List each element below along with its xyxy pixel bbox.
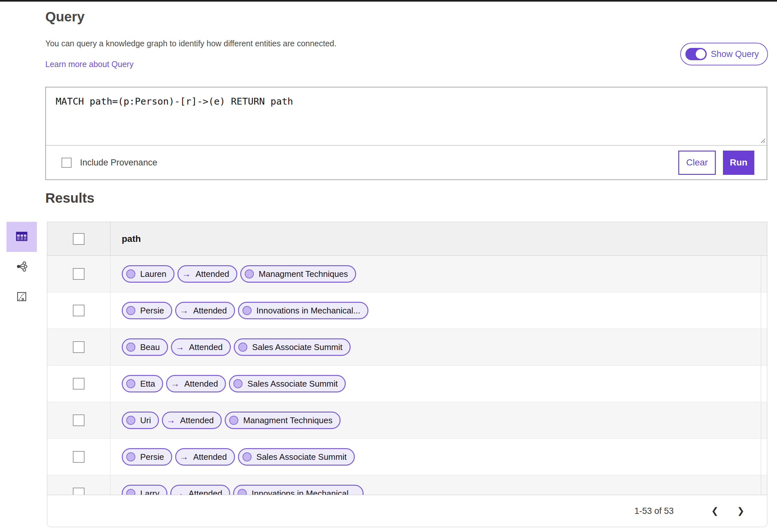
run-button[interactable]: Run [723, 150, 754, 175]
edge-arrow-icon: → [171, 379, 179, 389]
node-circle-icon [126, 416, 135, 425]
select-all-cell [47, 222, 110, 255]
node-circle-icon [238, 489, 247, 495]
edge-pill[interactable]: → Attended [162, 412, 222, 429]
target-node-pill[interactable]: Managment Techniques [225, 412, 341, 429]
node-circle-icon [126, 452, 135, 461]
source-pill-label: Persie [140, 306, 164, 316]
node-circle-icon [242, 306, 251, 315]
source-node-pill[interactable]: Etta [122, 375, 163, 393]
table-row: Lauren → Attended Managment Techniques [47, 256, 767, 292]
edge-pill[interactable]: → Attended [166, 375, 226, 393]
target-pill-label: Sales Associate Summit [252, 342, 342, 352]
row-checkbox[interactable] [73, 378, 85, 390]
source-pill-label: Lauren [140, 269, 166, 279]
select-all-checkbox[interactable] [73, 233, 85, 245]
table-view-button[interactable] [6, 222, 37, 252]
node-circle-icon [126, 270, 135, 279]
target-node-pill[interactable]: Innovations in Mechanical... [238, 302, 368, 319]
edge-pill[interactable]: → Attended [171, 338, 231, 356]
row-checkbox-cell [47, 256, 110, 292]
source-node-pill[interactable]: Larry [122, 485, 168, 495]
learn-more-link[interactable]: Learn more about Query [45, 60, 133, 69]
show-query-toggle[interactable]: Show Query [680, 43, 768, 66]
clear-button[interactable]: Clear [678, 150, 716, 175]
source-node-pill[interactable]: Uri [122, 412, 159, 429]
edge-pill[interactable]: → Attended [175, 302, 235, 319]
next-page-button[interactable]: ❯ [733, 504, 748, 518]
window-top-border [0, 0, 777, 2]
node-circle-icon [242, 452, 251, 461]
toggle-on-icon[interactable] [685, 48, 707, 60]
row-checkbox[interactable] [73, 341, 85, 353]
path-cell: Larry → Attended Innovations in Mechanic… [110, 485, 363, 495]
query-editor-panel: MATCH path=(p:Person)-[r]->(e) RETURN pa… [45, 87, 767, 180]
scrollbar-gutter[interactable] [761, 256, 767, 495]
target-node-pill[interactable]: Innovations in Mechanical... [233, 485, 363, 495]
edge-pill[interactable]: → Attended [178, 265, 237, 283]
row-checkbox[interactable] [73, 451, 85, 463]
path-cell: Etta → Attended Sales Associate Summit [110, 375, 346, 393]
query-input[interactable]: MATCH path=(p:Person)-[r]->(e) RETURN pa… [46, 87, 767, 145]
target-node-pill[interactable]: Sales Associate Summit [234, 338, 351, 356]
source-pill-label: Persie [140, 452, 164, 462]
graph-view-button[interactable] [6, 252, 37, 282]
edge-arrow-icon: → [180, 306, 189, 316]
path-cell: Persie → Attended Sales Associate Summit [110, 448, 355, 465]
edge-pill[interactable]: → Attended [175, 448, 235, 465]
edge-pill-label: Attended [189, 489, 222, 495]
source-node-pill[interactable]: Beau [122, 338, 168, 356]
view-switcher [6, 222, 37, 312]
row-checkbox-cell [47, 329, 110, 365]
target-pill-label: Managment Techniques [243, 415, 332, 425]
edge-arrow-icon: → [166, 415, 175, 425]
edge-arrow-icon: → [175, 489, 184, 495]
row-checkbox-cell [47, 402, 110, 438]
row-checkbox-cell [47, 475, 110, 495]
target-pill-label: Managment Techniques [259, 269, 348, 279]
results-title: Results [45, 190, 95, 206]
chart-view-icon [16, 291, 27, 303]
table-header-row: path [47, 222, 767, 256]
edge-arrow-icon: → [180, 452, 189, 462]
source-node-pill[interactable]: Persie [122, 448, 172, 465]
source-pill-label: Larry [140, 489, 159, 495]
node-circle-icon [229, 416, 238, 425]
target-node-pill[interactable]: Sales Associate Summit [229, 375, 346, 393]
row-checkbox[interactable] [73, 305, 85, 316]
edge-arrow-icon: → [182, 269, 191, 279]
edge-pill-label: Attended [184, 379, 218, 389]
row-checkbox[interactable] [73, 414, 85, 426]
chart-view-button[interactable] [6, 282, 37, 312]
node-circle-icon [126, 306, 135, 315]
previous-page-button[interactable]: ❮ [707, 504, 722, 518]
target-node-pill[interactable]: Managment Techniques [240, 265, 356, 283]
path-cell: Beau → Attended Sales Associate Summit [110, 338, 351, 356]
edge-pill-label: Attended [193, 306, 227, 316]
table-row: Uri → Attended Managment Techniques [47, 402, 767, 439]
target-pill-label: Innovations in Mechanical... [256, 306, 360, 316]
node-circle-icon [126, 489, 135, 495]
source-node-pill[interactable]: Persie [122, 302, 172, 319]
page-title: Query [45, 9, 85, 25]
toggle-knob [696, 49, 705, 59]
show-query-label: Show Query [710, 49, 759, 59]
pagination-bar: 1-53 of 53 ❮ ❯ [47, 495, 767, 527]
edge-pill[interactable]: → Attended [170, 485, 230, 495]
row-checkbox[interactable] [73, 488, 85, 495]
target-pill-label: Sales Associate Summit [247, 379, 338, 389]
results-table: path Lauren → Attended Managment Techniq… [47, 222, 767, 527]
target-node-pill[interactable]: Sales Associate Summit [238, 448, 355, 465]
target-pill-label: Innovations in Mechanical... [251, 489, 355, 495]
table-row: Persie → Attended Innovations in Mechani… [47, 292, 767, 329]
table-row: Larry → Attended Innovations in Mechanic… [47, 475, 767, 495]
source-node-pill[interactable]: Lauren [122, 265, 175, 283]
query-actions-bar: Include Provenance Clear Run [46, 146, 767, 179]
row-checkbox[interactable] [73, 268, 85, 280]
edge-arrow-icon: → [176, 342, 184, 352]
include-provenance-checkbox[interactable] [62, 158, 72, 168]
table-row: Beau → Attended Sales Associate Summit [47, 329, 767, 365]
table-row: Etta → Attended Sales Associate Summit [47, 365, 767, 402]
table-view-icon [15, 230, 28, 244]
node-circle-icon [238, 343, 247, 352]
